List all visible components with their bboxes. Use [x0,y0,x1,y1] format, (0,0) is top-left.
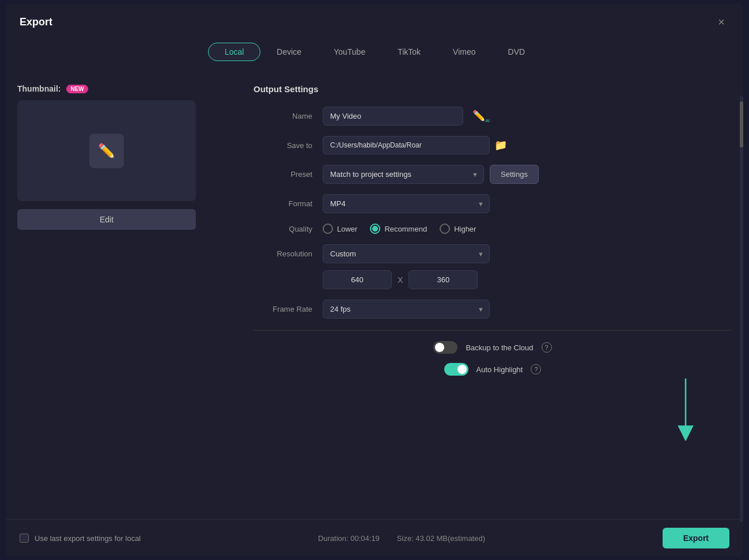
frame-rate-label: Frame Rate [254,305,323,313]
folder-button[interactable]: 📁 [494,139,507,152]
duration-label: Duration: 00:04:19 [318,534,380,543]
toggle-thumb-highlight [457,365,467,374]
preset-label: Preset [254,170,323,179]
resolution-height-input[interactable] [408,270,478,289]
x-separator: X [398,275,403,285]
save-to-row: Save to 📁 [254,136,732,154]
quality-higher-label: Higher [454,225,476,233]
preset-control: Match to project settings ▼ Settings [323,165,539,184]
scrollbar-thumb [740,101,743,147]
tab-youtube[interactable]: YouTube [317,43,381,60]
output-settings-title: Output Settings [254,84,732,94]
tab-vimeo[interactable]: Vimeo [437,43,491,60]
preset-row: Preset Match to project settings ▼ Setti… [254,165,732,184]
edit-thumbnail-button[interactable]: Edit [17,209,196,230]
tab-dvd[interactable]: DVD [492,43,542,60]
resolution-inputs: X [323,270,478,289]
backup-cloud-row: Backup to the Cloud ? [254,341,732,354]
save-to-input[interactable] [323,136,490,154]
frame-rate-select[interactable]: 24 fps 30 fps 60 fps [323,300,490,319]
format-select[interactable]: MP4 MOV AVI MKV [323,194,490,213]
name-control: ✏️AI [323,107,490,126]
format-select-wrapper: MP4 MOV AVI MKV ▼ [323,194,490,213]
footer-center: Duration: 00:04:19 Size: 43.02 MB(estima… [318,534,485,543]
quality-row: Quality Lower Recommend Higher [254,224,732,234]
teal-arrow-icon [674,379,697,448]
quality-lower[interactable]: Lower [323,224,357,234]
quality-label: Quality [254,225,323,233]
auto-highlight-label: Auto Highlight [476,365,523,374]
auto-highlight-help-icon[interactable]: ? [531,364,541,374]
thumbnail-icon-box: ✏️ [89,134,124,168]
thumbnail-label: Thumbnail: NEW [17,84,236,93]
radio-recommend-circle [370,224,380,234]
auto-highlight-row: Auto Highlight ? [254,363,732,376]
resolution-select-wrapper: Custom 1920x1080 1280x720 854x480 ▼ [323,244,490,263]
radio-higher-circle [440,224,450,234]
auto-highlight-toggle[interactable] [444,363,468,376]
tabs-bar: Local Device YouTube TikTok Vimeo DVD [6,38,743,69]
name-label: Name [254,112,323,120]
quality-higher[interactable]: Higher [440,224,476,234]
format-label: Format [254,199,323,208]
content-area: Thumbnail: NEW ✏️ Edit Output Settings N… [6,69,743,519]
format-row: Format MP4 MOV AVI MKV ▼ [254,194,732,213]
footer-left: Use last export settings for local [20,533,141,543]
preset-select-wrapper: Match to project settings ▼ [323,165,484,184]
name-row: Name ✏️AI [254,107,732,126]
resolution-label: Resolution [254,249,323,258]
export-dialog: Export × Local Device YouTube TikTok Vim… [6,3,743,557]
settings-button[interactable]: Settings [490,165,539,184]
toggle-thumb-backup [435,343,444,352]
right-panel: Output Settings Name ✏️AI Save to 📁 Pr [248,75,732,519]
frame-rate-row: Frame Rate 24 fps 30 fps 60 fps ▼ [254,300,732,319]
save-to-control: 📁 [323,136,507,154]
name-input[interactable] [323,107,463,126]
quality-lower-label: Lower [337,225,357,233]
tab-device[interactable]: Device [260,43,317,60]
footer: Use last export settings for local Durat… [6,519,743,557]
tab-local[interactable]: Local [208,43,260,61]
teal-arrow-container [674,379,697,450]
pencil-icon: ✏️ [98,143,115,159]
quality-recommend[interactable]: Recommend [370,224,427,234]
title-bar: Export × [6,3,743,38]
frame-rate-select-wrapper: 24 fps 30 fps 60 fps ▼ [323,300,490,319]
thumbnail-preview: ✏️ [17,100,196,201]
backup-cloud-toggle[interactable] [433,341,457,354]
preset-select[interactable]: Match to project settings [323,165,484,184]
radio-lower-circle [323,224,333,234]
close-button[interactable]: × [713,14,729,30]
resolution-select[interactable]: Custom 1920x1080 1280x720 854x480 [323,244,490,263]
backup-cloud-label: Backup to the Cloud [466,343,533,352]
quality-recommend-label: Recommend [384,225,427,233]
ai-icon[interactable]: ✏️AI [472,109,490,123]
backup-cloud-help-icon[interactable]: ? [542,342,552,353]
tab-tiktok[interactable]: TikTok [381,43,437,60]
export-button[interactable]: Export [663,528,729,548]
new-badge: NEW [66,85,88,93]
resolution-row: Resolution Custom 1920x1080 1280x720 854… [254,244,732,289]
left-panel: Thumbnail: NEW ✏️ Edit [17,75,236,519]
last-settings-label: Use last export settings for local [35,534,141,543]
dialog-title: Export [20,16,52,28]
quality-radio-group: Lower Recommend Higher [323,224,476,234]
resolution-width-input[interactable] [323,270,392,289]
divider [254,330,732,331]
size-label: Size: 43.02 MB(estimated) [397,534,485,543]
last-settings-checkbox[interactable] [20,533,29,543]
scrollbar[interactable] [740,96,743,522]
save-to-label: Save to [254,141,323,150]
resolution-main: Resolution Custom 1920x1080 1280x720 854… [254,244,732,263]
